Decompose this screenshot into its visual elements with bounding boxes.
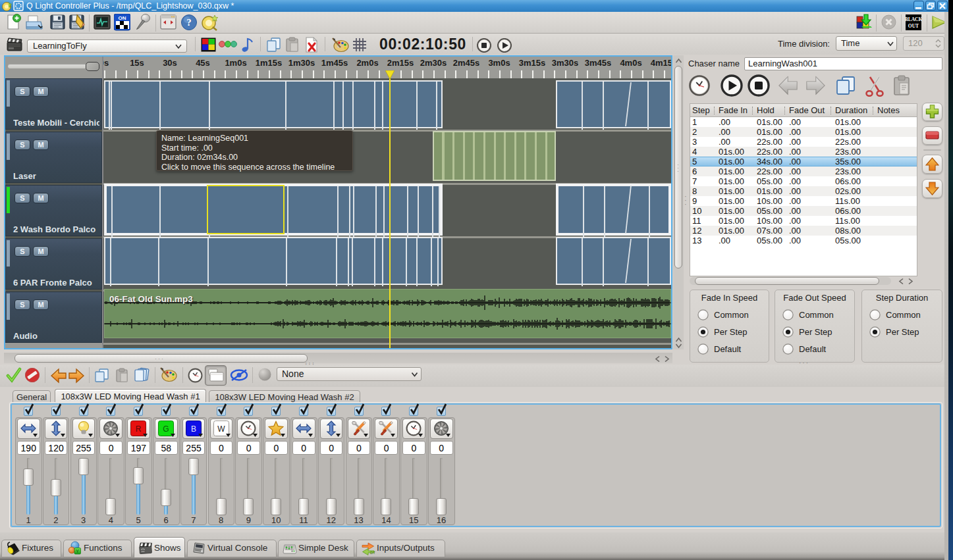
svg-text:G: G	[163, 424, 169, 434]
svg-text:B: B	[191, 424, 196, 434]
svg-text:W: W	[217, 424, 225, 434]
svg-text:?: ?	[186, 17, 192, 28]
svg-text:ON: ON	[119, 15, 126, 21]
svg-text:BLACK: BLACK	[906, 16, 921, 22]
svg-text:DT: DT	[370, 551, 375, 555]
svg-text:Y: Y	[76, 549, 79, 553]
svg-text:OUT: OUT	[908, 23, 919, 29]
svg-text:R: R	[136, 424, 142, 434]
